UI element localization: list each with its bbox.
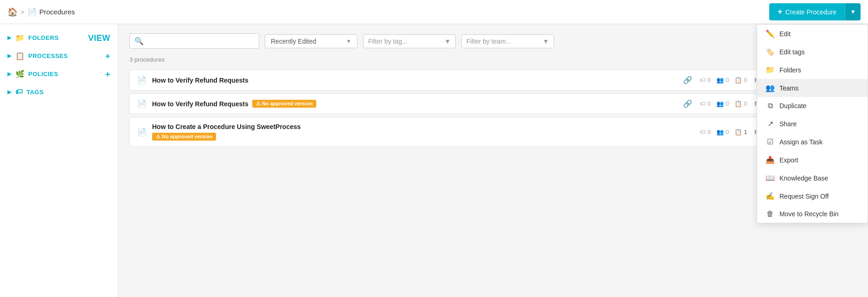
tags-icon: 🏷: [15, 88, 23, 96]
no-approved-badge-2: ⚠ No approved version: [152, 133, 216, 141]
stat-teams: 👥 0: [716, 77, 729, 84]
steps-stat-icon: 📋: [734, 77, 742, 84]
main-content: 🔍 Recently Edited ▼ Filter by tag... ▼ F…: [118, 24, 868, 297]
tag-chevron-icon: ▼: [444, 38, 451, 45]
dropdown-move-recycle[interactable]: 🗑 Move to Recycle Bin: [757, 205, 868, 223]
policies-add-button[interactable]: +: [105, 70, 110, 78]
team-chevron-icon: ▼: [542, 38, 549, 45]
dropdown-edit[interactable]: ✏️ Edit: [757, 25, 868, 43]
search-input[interactable]: [147, 38, 254, 45]
knowledge-base-label: Knowledge Base: [779, 174, 828, 182]
sidebar-item-tags[interactable]: ▶ 🏷 TAGS: [0, 83, 118, 101]
procedures-icon: 📄: [27, 7, 37, 16]
sidebar-item-folders[interactable]: ▶ 📁 FOLDERS VIEW: [0, 29, 118, 47]
processes-label: PROCESSES: [28, 52, 68, 59]
assign-task-label: Assign as Task: [779, 138, 823, 146]
dropdown-folders[interactable]: 📁 Folders: [757, 61, 868, 79]
tag-count: 0: [708, 100, 711, 107]
procedure-item[interactable]: 📄 How to Verify Refund Requests ⚠ No app…: [129, 93, 857, 114]
dropdown-teams[interactable]: 👥 Teams: [757, 79, 868, 97]
folders-view-label[interactable]: VIEW: [88, 34, 110, 42]
top-bar: 🏠 > 📄 Procedures + Create Procedure ▼: [0, 0, 868, 24]
steps-stat-icon: 📋: [734, 100, 742, 107]
procedure-item[interactable]: 📄 How to Create a Procedure Using SweetP…: [129, 117, 857, 147]
proc-doc-icon: 📄: [137, 128, 147, 136]
teams-menu-label: Teams: [779, 84, 798, 92]
recycle-icon: 🗑: [766, 210, 775, 218]
tag-stat-icon: 🏷: [700, 129, 706, 136]
filters-row: 🔍 Recently Edited ▼ Filter by tag... ▼ F…: [129, 33, 857, 49]
dropdown-menu: ✏️ Edit 🏷️ Edit tags 📁 Folders 👥 Teams ⧉…: [757, 24, 868, 223]
home-icon[interactable]: 🏠: [7, 7, 18, 17]
tag-count: 0: [708, 129, 711, 136]
request-sign-off-icon: ✍: [766, 192, 775, 200]
teams-stat-icon: 👥: [716, 129, 724, 136]
policies-icon: 🌿: [15, 70, 25, 78]
knowledge-base-icon: 📖: [766, 174, 775, 182]
sidebar-item-processes[interactable]: ▶ 📋 PROCESSES +: [0, 47, 118, 65]
folders-menu-icon: 📁: [766, 65, 775, 74]
folders-arrow: ▶: [7, 35, 12, 41]
proc-doc-icon: 📄: [137, 76, 147, 84]
teams-stat-icon: 👥: [716, 77, 724, 84]
dropdown-export[interactable]: 📥 Export: [757, 151, 868, 169]
search-box[interactable]: 🔍: [129, 33, 259, 49]
link-icon[interactable]: 🔗: [683, 76, 692, 84]
share-icon: ↗: [766, 119, 775, 128]
team-filter-placeholder: Filter by team...: [466, 38, 511, 45]
dropdown-assign-task[interactable]: ☑ Assign as Task: [757, 133, 868, 151]
procedure-item[interactable]: 📄 How to Verify Refund Requests 🔗 🏷 0 👥 …: [129, 70, 857, 90]
tags-label: TAGS: [26, 89, 44, 96]
stat-steps: 📋 0: [734, 100, 747, 107]
proc-title-wrap: How to Verify Refund Requests ⚠ No appro…: [152, 100, 677, 108]
edit-label: Edit: [779, 30, 791, 38]
dropdown-edit-tags[interactable]: 🏷️ Edit tags: [757, 43, 868, 61]
sidebar-item-policies[interactable]: ▶ 🌿 POLICIES +: [0, 65, 118, 83]
page-title: Procedures: [39, 8, 75, 16]
request-sign-off-label: Request Sign Off: [779, 193, 829, 200]
export-icon: 📥: [766, 155, 775, 164]
team-filter[interactable]: Filter by team... ▼: [461, 34, 554, 48]
steps-count: 1: [744, 129, 747, 136]
export-label: Export: [779, 156, 798, 164]
processes-add-button[interactable]: +: [105, 52, 110, 60]
create-procedure-button[interactable]: + Create Procedure: [769, 3, 845, 20]
tag-filter-placeholder: Filter by tag...: [368, 38, 408, 45]
procedures-count: 3 procedures: [129, 56, 857, 63]
create-procedure-dropdown-button[interactable]: ▼: [845, 3, 861, 20]
sort-filter[interactable]: Recently Edited ▼: [265, 34, 357, 48]
link-icon[interactable]: 🔗: [683, 99, 692, 108]
dropdown-share[interactable]: ↗ Share: [757, 115, 868, 133]
proc-title-wrap: How to Verify Refund Requests: [152, 77, 677, 84]
create-procedure-wrap: + Create Procedure ▼: [769, 3, 861, 20]
teams-menu-icon: 👥: [766, 84, 775, 92]
stat-steps: 📋 1: [734, 129, 747, 136]
dropdown-duplicate[interactable]: ⧉ Duplicate: [757, 97, 868, 115]
breadcrumb: 🏠 > 📄 Procedures: [7, 7, 75, 17]
sidebar: ▶ 📁 FOLDERS VIEW ▶ 📋 PROCESSES + ▶ 🌿 POL…: [0, 24, 118, 297]
duplicate-icon: ⧉: [766, 102, 775, 110]
dropdown-knowledge-base[interactable]: 📖 Knowledge Base: [757, 169, 868, 187]
create-procedure-label: Create Procedure: [785, 8, 837, 16]
steps-stat-icon: 📋: [734, 129, 742, 136]
tag-stat-icon: 🏷: [700, 100, 706, 107]
policies-label: POLICIES: [28, 71, 58, 77]
stat-steps: 📋 0: [734, 77, 747, 84]
assign-task-icon: ☑: [766, 137, 775, 146]
stat-tags: 🏷 0: [700, 77, 711, 84]
teams-count: 0: [726, 100, 729, 107]
stat-tags: 🏷 0: [700, 129, 711, 136]
breadcrumb-separator: >: [20, 8, 25, 16]
steps-count: 0: [744, 77, 747, 84]
tag-filter[interactable]: Filter by tag... ▼: [363, 34, 456, 48]
dropdown-request-sign-off[interactable]: ✍ Request Sign Off: [757, 187, 868, 205]
share-label: Share: [779, 120, 797, 128]
stat-tags: 🏷 0: [700, 100, 711, 107]
tag-count: 0: [708, 77, 711, 84]
edit-tags-label: Edit tags: [779, 48, 804, 56]
sort-chevron-icon: ▼: [346, 38, 351, 45]
no-approved-badge: ⚠ No approved version: [252, 100, 316, 108]
teams-count: 0: [726, 77, 729, 84]
teams-count: 0: [726, 129, 729, 136]
move-recycle-label: Move to Recycle Bin: [779, 210, 839, 218]
